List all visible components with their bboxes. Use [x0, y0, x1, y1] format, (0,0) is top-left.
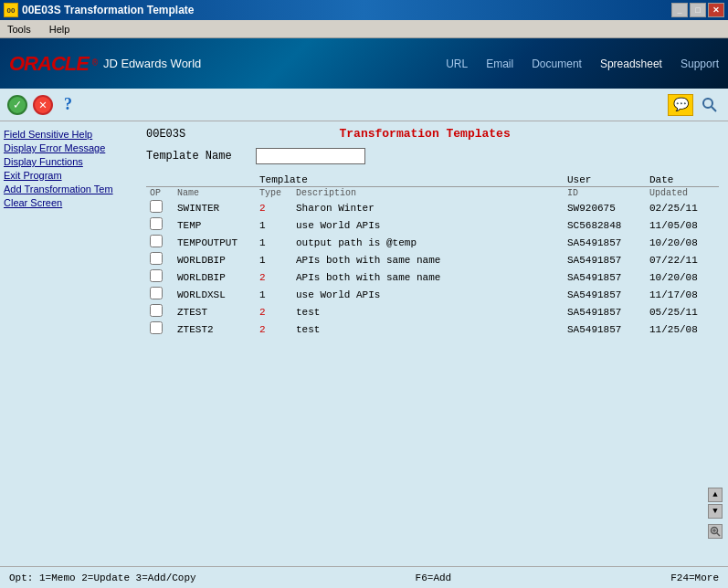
- form-title: Transformation Templates: [185, 127, 664, 141]
- cancel-button[interactable]: ✕: [33, 95, 53, 115]
- cell-spacer: [493, 251, 564, 268]
- status-f24: F24=More: [670, 572, 719, 583]
- cell-description: test: [292, 320, 493, 338]
- cell-userid: SA5491857: [564, 251, 646, 268]
- row-checkbox-5[interactable]: [150, 287, 163, 299]
- oracle-registered: ®: [92, 58, 98, 68]
- scroll-down-button[interactable]: ▼: [708, 504, 723, 519]
- main-area: Field Sensitive Help Display Error Messa…: [0, 121, 728, 566]
- title-bar-buttons[interactable]: _ □ ✕: [671, 3, 724, 17]
- cell-name: WORLDBIP: [174, 251, 256, 268]
- scroll-controls: ▲ ▼: [708, 488, 723, 539]
- svg-line-1: [712, 107, 716, 111]
- cell-date: 11/05/08: [646, 216, 719, 234]
- cell-name: TEMPOUTPUT: [174, 234, 256, 251]
- cell-name: WORLDXSL: [174, 286, 256, 303]
- cell-name: SWINTER: [174, 199, 256, 216]
- sidebar-display-error-message[interactable]: Display Error Message: [4, 142, 133, 153]
- window-title: 00E03S Transformation Template: [22, 4, 195, 16]
- status-opt-help: Opt: 1=Memo 2=Update 3=Add/Copy: [9, 572, 196, 583]
- col-subheader-userid: ID: [564, 187, 646, 200]
- table-row: ZTEST22testSA549185711/25/08: [146, 320, 719, 338]
- nav-email[interactable]: Email: [486, 58, 513, 70]
- menu-bar: Tools Help: [0, 20, 728, 38]
- table-row: TEMPOUTPUT1output path is @tempSA5491857…: [146, 234, 719, 251]
- row-checkbox-3[interactable]: [150, 252, 163, 265]
- cell-date: 11/25/08: [646, 320, 719, 338]
- cell-type: 2: [256, 303, 292, 320]
- col-header-user: User: [564, 173, 646, 187]
- status-bar: Opt: 1=Memo 2=Update 3=Add/Copy F6=Add F…: [0, 566, 728, 588]
- cell-type: 2: [256, 268, 292, 286]
- chat-icon[interactable]: 💬: [668, 94, 693, 116]
- template-name-input[interactable]: [256, 148, 365, 164]
- help-button[interactable]: ?: [64, 95, 72, 114]
- table-row: TEMP1use World APIsSC568284811/05/08: [146, 216, 719, 234]
- search-icon[interactable]: [699, 94, 721, 116]
- jde-wordmark: JD Edwards World: [103, 57, 201, 70]
- row-checkbox-4[interactable]: [150, 269, 163, 282]
- template-name-field: Template Name: [146, 148, 719, 164]
- cell-type: 1: [256, 234, 292, 251]
- cell-spacer: [493, 303, 564, 320]
- form-header: 00E03S Transformation Templates: [146, 127, 719, 141]
- row-checkbox-2[interactable]: [150, 235, 163, 247]
- col-spacer: [493, 187, 564, 200]
- cell-name: ZTEST: [174, 303, 256, 320]
- nav-support[interactable]: Support: [681, 58, 719, 70]
- toolbar-right: 💬: [668, 94, 721, 116]
- ok-button[interactable]: ✓: [7, 95, 27, 115]
- nav-spreadsheet[interactable]: Spreadsheet: [600, 58, 662, 70]
- row-checkbox-0[interactable]: [150, 200, 163, 213]
- cell-description: APIs both with same name: [292, 268, 493, 286]
- col-header-template-group: Template: [256, 173, 493, 187]
- oracle-wordmark: ORACLE: [9, 52, 89, 76]
- row-checkbox-1[interactable]: [150, 217, 163, 230]
- scroll-up-button[interactable]: ▲: [708, 488, 723, 502]
- minimize-button[interactable]: _: [671, 3, 688, 17]
- col-subheader-description: Description: [292, 187, 493, 200]
- cell-type: 1: [256, 216, 292, 234]
- sidebar-add-transformation[interactable]: Add Transformation Tem: [4, 184, 133, 194]
- sidebar-exit-program[interactable]: Exit Program: [4, 170, 133, 181]
- sidebar-clear-screen[interactable]: Clear Screen: [4, 197, 133, 208]
- menu-help[interactable]: Help: [46, 22, 74, 37]
- sidebar-field-sensitive-help[interactable]: Field Sensitive Help: [4, 129, 133, 140]
- cell-spacer: [493, 216, 564, 234]
- menu-tools[interactable]: Tools: [4, 22, 35, 37]
- sidebar-display-functions[interactable]: Display Functions: [4, 156, 133, 167]
- cell-userid: SW920675: [564, 199, 646, 216]
- app-icon: 00: [4, 3, 18, 17]
- nav-url[interactable]: URL: [446, 58, 468, 70]
- toolbar: ✓ ✕ ? 💬: [0, 89, 728, 121]
- table-row: SWINTER2Sharon WinterSW92067502/25/11: [146, 199, 719, 216]
- cell-date: 11/17/08: [646, 286, 719, 303]
- nav-document[interactable]: Document: [532, 58, 582, 70]
- cell-description: Sharon Winter: [292, 199, 493, 216]
- template-name-label: Template Name: [146, 150, 256, 163]
- zoom-in-button[interactable]: [708, 524, 723, 539]
- cell-userid: SA5491857: [564, 234, 646, 251]
- cell-userid: SA5491857: [564, 268, 646, 286]
- col-header-op: [146, 173, 256, 187]
- row-checkbox-7[interactable]: [150, 321, 163, 334]
- form-id: 00E03S: [146, 128, 185, 141]
- content-wrapper: 00E03S Transformation Templates Template…: [137, 121, 728, 566]
- maximize-button[interactable]: □: [690, 3, 706, 17]
- header-nav: URL Email Document Spreadsheet Support: [446, 58, 719, 70]
- col-header-description: [493, 173, 564, 187]
- title-bar: 00 00E03S Transformation Template _ □ ✕: [0, 0, 728, 20]
- cell-name: ZTEST2: [174, 320, 256, 338]
- cell-date: 02/25/11: [646, 199, 719, 216]
- cell-userid: SA5491857: [564, 286, 646, 303]
- row-checkbox-6[interactable]: [150, 304, 163, 317]
- close-button[interactable]: ✕: [708, 3, 724, 17]
- sidebar: Field Sensitive Help Display Error Messa…: [0, 121, 137, 566]
- table-header-group: Template User Date: [146, 173, 719, 187]
- cell-type: 1: [256, 251, 292, 268]
- oracle-logo: ORACLE ® JD Edwards World: [9, 52, 201, 76]
- cell-userid: SA5491857: [564, 303, 646, 320]
- cell-userid: SC5682848: [564, 216, 646, 234]
- col-subheader-type: Type: [256, 187, 292, 200]
- cell-date: 10/20/08: [646, 268, 719, 286]
